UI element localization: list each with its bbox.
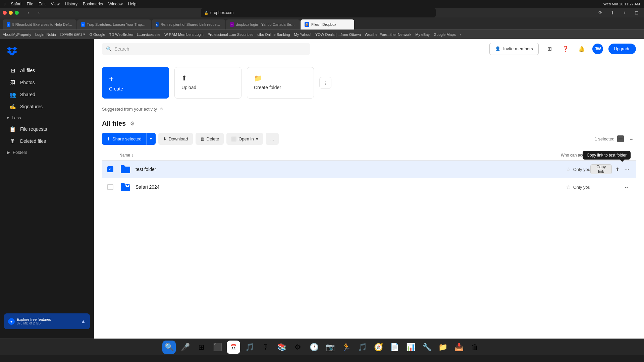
bookmark-weather[interactable]: Weather Fore...ther Network [365,33,412,37]
dock-launchpad[interactable]: ⊞ [195,341,208,354]
dock-system-prefs[interactable]: ⚙ [291,341,305,354]
bookmark-ram[interactable]: W RAM Members Login [164,33,204,37]
dock-keynote[interactable]: 📊 [404,341,417,354]
bookmark-googlemaps[interactable]: Google Maps [434,33,455,37]
bookmark-webbroker[interactable]: TD WebBroker - L...ervices site [109,33,161,37]
bookmarks-menu[interactable]: Bookmarks [83,2,103,6]
dock-folder[interactable]: 📁 [436,341,449,354]
minimize-window-button[interactable] [9,11,13,15]
folders-expander[interactable]: ▶ Folders [0,147,94,158]
bookmark-yahoo[interactable]: My Yahoo! [294,33,312,37]
dock-finder[interactable]: 🔍 [162,341,176,354]
tab-3[interactable]: Y dropbox login - Yahoo Canada Search Re… [226,19,300,29]
dock-amazon-music[interactable]: 🎵 [356,341,369,354]
invite-members-button[interactable]: 👤 Invite members [489,43,539,55]
open-in-button[interactable]: ⬜ Open in ▾ [226,133,263,145]
dock-acrobat[interactable]: 📄 [388,341,401,354]
dock-fitness[interactable]: 🏃 [339,341,353,354]
row-2-checkbox[interactable] [107,184,113,190]
sidebar-toggle-button[interactable]: ⊟ [632,8,641,17]
create-card[interactable]: + Create [102,67,169,99]
help-menu[interactable]: Help [128,2,137,6]
sidebar-item-all-files[interactable]: ⊞ All files [3,64,91,76]
upgrade-button[interactable]: Upgrade [608,44,636,54]
sidebar-item-signatures[interactable]: ✍ Signatures [3,101,91,113]
more-toolbar-button[interactable]: ... [266,133,279,145]
dock-calendar[interactable]: 📅 [227,341,240,354]
bookmark-professional[interactable]: Professional ...on Securities [208,33,253,37]
share-browser-button[interactable]: ⬆ [608,8,617,17]
deselect-badge[interactable]: — [617,135,624,142]
forward-button[interactable]: › [34,8,44,17]
suggested-settings-icon[interactable]: ⟳ [160,107,163,112]
bookmark-corvette[interactable]: corvette parts ▾ [60,32,86,37]
files-settings-icon[interactable]: ⚙ [130,120,135,127]
dock-downloads[interactable]: 📥 [452,341,466,354]
bookmark-google[interactable]: G Google [89,33,105,37]
back-button[interactable]: ‹ [23,8,33,17]
sidebar-item-photos[interactable]: 🖼 Photos [3,76,91,88]
address-bar[interactable]: 🔒 dropbox.com [201,8,436,17]
dock-trash[interactable]: 🗑 [468,341,482,354]
bookmark-aboutmyproperty[interactable]: AboutMyProperty [3,33,31,37]
dock-books[interactable]: 📚 [275,341,288,354]
row-1-star-button[interactable]: ☆ [566,166,571,173]
row-1-more-button[interactable]: ⋯ [623,165,631,174]
header-name[interactable]: Name ↓ [119,153,523,158]
sidebar-item-shared[interactable]: 👥 Shared [3,88,91,101]
fullscreen-window-button[interactable] [15,11,19,15]
explore-features-banner[interactable]: ● Explore free features 873 MB of 2 GB ▲ [4,313,90,329]
dock-time-machine[interactable]: 🕐 [307,341,321,354]
close-window-button[interactable] [3,11,7,15]
safari-menu[interactable]: Safari [11,2,21,6]
share-dropdown-button[interactable]: ▾ [146,133,156,145]
edit-menu[interactable]: Edit [39,2,46,6]
file-menu[interactable]: File [27,2,33,6]
less-expander[interactable]: ▾ Less [0,113,94,123]
dock-finder-2[interactable]: 🔧 [420,341,433,354]
help-button[interactable]: ❓ [560,44,571,54]
more-actions-button[interactable]: ⋮ [319,77,331,89]
history-menu[interactable]: History [65,2,77,6]
file-row-safari-2024[interactable]: Safari 2024 ☆ Only you -- [102,178,636,196]
notifications-button[interactable]: 🔔 [576,44,587,54]
tab-0[interactable]: S 5 Rhomboid Exercises to Help Define Yo… [3,19,76,29]
row-1-check[interactable]: ✓ [107,166,119,172]
new-tab-button[interactable]: + [620,8,629,17]
bookmark-loginnokia[interactable]: Login- Nokia [35,33,56,37]
row-2-star-button[interactable]: ☆ [566,184,571,190]
sidebar-item-file-requests[interactable]: 📋 File requests [3,123,91,135]
bookmark-cibc[interactable]: cibc Online Banking [257,33,290,37]
file-row-test-folder[interactable]: ✓ test folder ☆ Only you [102,161,636,178]
row-1-share-button[interactable]: ⬆ [614,165,621,174]
refresh-button[interactable]: ⟳ [596,8,605,17]
dock-photos[interactable]: 📷 [323,341,337,354]
bookmark-ebay[interactable]: My eBay [415,33,430,37]
tab-4-active[interactable]: 📦 Files - Dropbox [301,19,354,29]
tab-1[interactable]: S Trap Stretches: Loosen Your Trapezius … [77,19,151,29]
upload-card[interactable]: ⬆ Upload [174,67,241,99]
list-view-button[interactable]: ≡ [627,134,636,143]
sidebar-item-deleted-files[interactable]: 🗑 Deleted files [3,135,91,147]
share-selected-button[interactable]: ⬆ Share selected [102,133,146,145]
dock-podcasts[interactable]: 🎙 [259,341,272,354]
row-2-check[interactable] [107,184,119,190]
dropbox-logo[interactable] [0,44,94,64]
grid-view-button[interactable]: ⊞ [544,44,555,54]
download-button[interactable]: ⬇ Download [158,133,193,145]
apple-menu[interactable]:  [4,2,5,6]
row-1-checkbox[interactable]: ✓ [107,166,113,172]
bookmark-yow[interactable]: YOW Deals | ...from Ottawa [315,33,361,37]
tab-2[interactable]: D Re: recipient of Shared Link requested… [152,19,225,29]
create-folder-card[interactable]: 📁 Create folder [247,67,314,99]
dock-siri[interactable]: 🎤 [178,341,192,354]
user-avatar[interactable]: JW [592,44,603,54]
copy-link-button[interactable]: Copy link [590,164,612,174]
dock-safari[interactable]: 🧭 [372,341,385,354]
dock-mission-control[interactable]: ⬛ [211,341,224,354]
search-bar[interactable]: 🔍 Search [102,43,310,55]
window-menu[interactable]: Window [108,2,123,6]
view-menu[interactable]: View [51,2,60,6]
bookmark-more[interactable]: › [460,33,461,37]
dock-music[interactable]: 🎵 [243,341,256,354]
